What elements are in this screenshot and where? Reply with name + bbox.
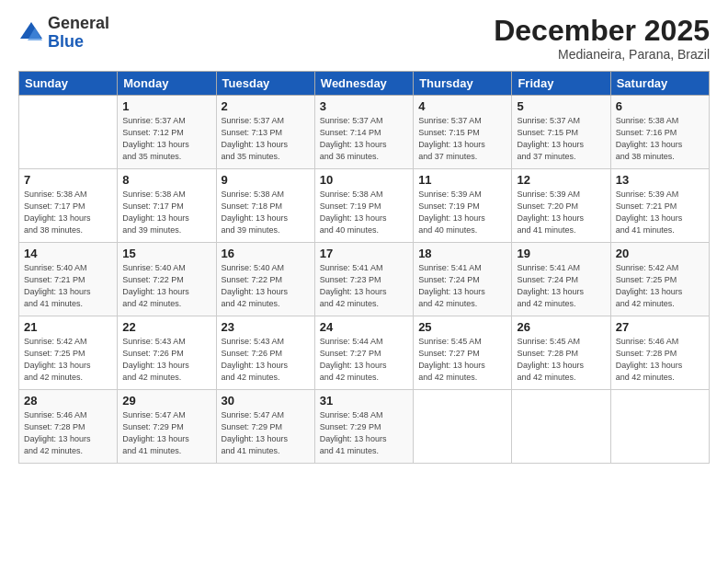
logo-general: General bbox=[48, 14, 109, 32]
logo: General Blue bbox=[18, 15, 109, 52]
cell-4-5 bbox=[512, 390, 610, 464]
day-number: 22 bbox=[122, 320, 210, 334]
cell-3-1: 22Sunrise: 5:43 AM Sunset: 7:26 PM Dayli… bbox=[118, 316, 216, 390]
col-friday: Friday bbox=[512, 72, 610, 96]
day-info: Sunrise: 5:47 AM Sunset: 7:29 PM Dayligh… bbox=[122, 409, 210, 457]
day-info: Sunrise: 5:42 AM Sunset: 7:25 PM Dayligh… bbox=[616, 262, 704, 310]
cell-1-6: 13Sunrise: 5:39 AM Sunset: 7:21 PM Dayli… bbox=[610, 169, 709, 243]
day-number: 20 bbox=[616, 247, 704, 260]
day-info: Sunrise: 5:45 AM Sunset: 7:28 PM Dayligh… bbox=[517, 336, 605, 384]
day-number: 29 bbox=[122, 394, 210, 408]
week-row-4: 28Sunrise: 5:46 AM Sunset: 7:28 PM Dayli… bbox=[19, 390, 710, 464]
day-number: 15 bbox=[122, 247, 210, 260]
day-number: 10 bbox=[320, 173, 408, 187]
day-info: Sunrise: 5:41 AM Sunset: 7:23 PM Dayligh… bbox=[320, 262, 408, 310]
day-info: Sunrise: 5:38 AM Sunset: 7:19 PM Dayligh… bbox=[320, 189, 408, 236]
week-row-0: 1Sunrise: 5:37 AM Sunset: 7:12 PM Daylig… bbox=[19, 96, 710, 169]
cell-4-4 bbox=[414, 390, 512, 464]
day-info: Sunrise: 5:44 AM Sunset: 7:27 PM Dayligh… bbox=[320, 336, 408, 384]
cell-2-2: 16Sunrise: 5:40 AM Sunset: 7:22 PM Dayli… bbox=[216, 243, 314, 316]
cell-2-3: 17Sunrise: 5:41 AM Sunset: 7:23 PM Dayli… bbox=[314, 243, 413, 316]
day-number: 18 bbox=[418, 247, 506, 260]
day-info: Sunrise: 5:40 AM Sunset: 7:22 PM Dayligh… bbox=[222, 262, 310, 310]
cell-2-1: 15Sunrise: 5:40 AM Sunset: 7:22 PM Dayli… bbox=[118, 243, 216, 316]
day-info: Sunrise: 5:38 AM Sunset: 7:17 PM Dayligh… bbox=[24, 189, 112, 236]
day-info: Sunrise: 5:37 AM Sunset: 7:15 PM Dayligh… bbox=[517, 115, 605, 163]
col-tuesday: Tuesday bbox=[216, 72, 314, 96]
day-info: Sunrise: 5:38 AM Sunset: 7:17 PM Dayligh… bbox=[122, 189, 210, 236]
cell-1-4: 11Sunrise: 5:39 AM Sunset: 7:19 PM Dayli… bbox=[414, 169, 512, 243]
cell-2-6: 20Sunrise: 5:42 AM Sunset: 7:25 PM Dayli… bbox=[610, 243, 709, 316]
header: General Blue December 2025 Medianeira, P… bbox=[18, 15, 710, 62]
day-number: 24 bbox=[320, 320, 408, 334]
day-number: 6 bbox=[616, 99, 704, 113]
cell-3-4: 25Sunrise: 5:45 AM Sunset: 7:27 PM Dayli… bbox=[414, 316, 512, 390]
day-info: Sunrise: 5:39 AM Sunset: 7:21 PM Dayligh… bbox=[616, 189, 704, 236]
cell-0-6: 6Sunrise: 5:38 AM Sunset: 7:16 PM Daylig… bbox=[610, 96, 709, 169]
cell-3-6: 27Sunrise: 5:46 AM Sunset: 7:28 PM Dayli… bbox=[610, 316, 709, 390]
col-thursday: Thursday bbox=[414, 72, 512, 96]
day-number: 26 bbox=[517, 320, 605, 334]
day-info: Sunrise: 5:42 AM Sunset: 7:25 PM Dayligh… bbox=[24, 336, 112, 384]
day-number: 27 bbox=[616, 320, 704, 334]
day-info: Sunrise: 5:39 AM Sunset: 7:19 PM Dayligh… bbox=[418, 189, 506, 236]
day-number: 7 bbox=[24, 173, 112, 187]
cell-4-6 bbox=[610, 390, 709, 464]
month-title: December 2025 bbox=[494, 15, 710, 47]
day-info: Sunrise: 5:37 AM Sunset: 7:15 PM Dayligh… bbox=[418, 115, 506, 163]
title-block: December 2025 Medianeira, Parana, Brazil bbox=[494, 15, 710, 62]
day-number: 17 bbox=[320, 247, 408, 260]
cell-0-4: 4Sunrise: 5:37 AM Sunset: 7:15 PM Daylig… bbox=[414, 96, 512, 169]
week-row-3: 21Sunrise: 5:42 AM Sunset: 7:25 PM Dayli… bbox=[19, 316, 710, 390]
col-monday: Monday bbox=[118, 72, 216, 96]
cell-2-0: 14Sunrise: 5:40 AM Sunset: 7:21 PM Dayli… bbox=[19, 243, 118, 316]
day-number: 25 bbox=[418, 320, 506, 334]
day-number: 16 bbox=[222, 247, 310, 260]
day-number: 31 bbox=[320, 394, 408, 408]
cell-1-3: 10Sunrise: 5:38 AM Sunset: 7:19 PM Dayli… bbox=[314, 169, 413, 243]
day-number: 4 bbox=[418, 99, 506, 113]
day-info: Sunrise: 5:46 AM Sunset: 7:28 PM Dayligh… bbox=[24, 409, 112, 457]
day-info: Sunrise: 5:39 AM Sunset: 7:20 PM Dayligh… bbox=[517, 189, 605, 236]
calendar-table: Sunday Monday Tuesday Wednesday Thursday… bbox=[18, 71, 710, 464]
logo-icon bbox=[18, 20, 44, 46]
col-sunday: Sunday bbox=[19, 72, 118, 96]
cell-2-5: 19Sunrise: 5:41 AM Sunset: 7:24 PM Dayli… bbox=[512, 243, 610, 316]
day-number: 5 bbox=[517, 99, 605, 113]
day-number: 14 bbox=[24, 247, 112, 260]
day-info: Sunrise: 5:41 AM Sunset: 7:24 PM Dayligh… bbox=[418, 262, 506, 310]
day-number: 28 bbox=[24, 394, 112, 408]
day-number: 23 bbox=[222, 320, 310, 334]
day-info: Sunrise: 5:43 AM Sunset: 7:26 PM Dayligh… bbox=[222, 336, 310, 384]
cell-0-2: 2Sunrise: 5:37 AM Sunset: 7:13 PM Daylig… bbox=[216, 96, 314, 169]
col-wednesday: Wednesday bbox=[314, 72, 413, 96]
cell-2-4: 18Sunrise: 5:41 AM Sunset: 7:24 PM Dayli… bbox=[414, 243, 512, 316]
day-info: Sunrise: 5:38 AM Sunset: 7:16 PM Dayligh… bbox=[616, 115, 704, 163]
day-info: Sunrise: 5:37 AM Sunset: 7:12 PM Dayligh… bbox=[122, 115, 210, 163]
location: Medianeira, Parana, Brazil bbox=[494, 47, 710, 62]
day-info: Sunrise: 5:41 AM Sunset: 7:24 PM Dayligh… bbox=[517, 262, 605, 310]
day-info: Sunrise: 5:40 AM Sunset: 7:21 PM Dayligh… bbox=[24, 262, 112, 310]
day-info: Sunrise: 5:45 AM Sunset: 7:27 PM Dayligh… bbox=[418, 336, 506, 384]
day-number: 11 bbox=[418, 173, 506, 187]
cell-3-3: 24Sunrise: 5:44 AM Sunset: 7:27 PM Dayli… bbox=[314, 316, 413, 390]
day-number: 13 bbox=[616, 173, 704, 187]
week-row-1: 7Sunrise: 5:38 AM Sunset: 7:17 PM Daylig… bbox=[19, 169, 710, 243]
day-number: 2 bbox=[222, 99, 310, 113]
day-number: 3 bbox=[320, 99, 408, 113]
day-info: Sunrise: 5:37 AM Sunset: 7:13 PM Dayligh… bbox=[222, 115, 310, 163]
cell-3-0: 21Sunrise: 5:42 AM Sunset: 7:25 PM Dayli… bbox=[19, 316, 118, 390]
cell-3-5: 26Sunrise: 5:45 AM Sunset: 7:28 PM Dayli… bbox=[512, 316, 610, 390]
logo-text: General Blue bbox=[48, 15, 109, 52]
cell-1-0: 7Sunrise: 5:38 AM Sunset: 7:17 PM Daylig… bbox=[19, 169, 118, 243]
day-number: 9 bbox=[222, 173, 310, 187]
day-info: Sunrise: 5:43 AM Sunset: 7:26 PM Dayligh… bbox=[122, 336, 210, 384]
cell-0-0 bbox=[19, 96, 118, 169]
page: General Blue December 2025 Medianeira, P… bbox=[0, 0, 728, 563]
cell-0-1: 1Sunrise: 5:37 AM Sunset: 7:12 PM Daylig… bbox=[118, 96, 216, 169]
cell-4-0: 28Sunrise: 5:46 AM Sunset: 7:28 PM Dayli… bbox=[19, 390, 118, 464]
cell-1-2: 9Sunrise: 5:38 AM Sunset: 7:18 PM Daylig… bbox=[216, 169, 314, 243]
day-number: 30 bbox=[222, 394, 310, 408]
cell-4-3: 31Sunrise: 5:48 AM Sunset: 7:29 PM Dayli… bbox=[314, 390, 413, 464]
cell-1-5: 12Sunrise: 5:39 AM Sunset: 7:20 PM Dayli… bbox=[512, 169, 610, 243]
